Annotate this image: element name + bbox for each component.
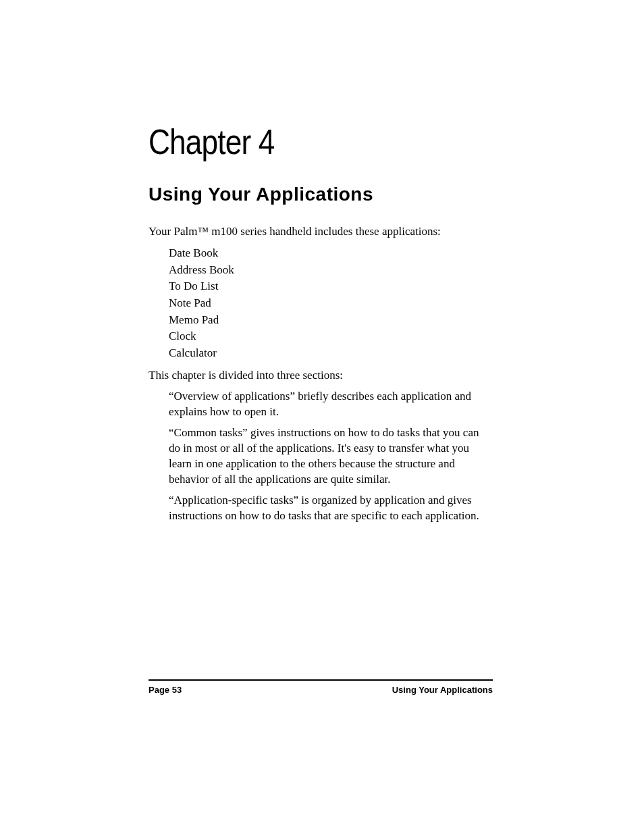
list-item: To Do List	[169, 278, 493, 295]
list-item: “Application-specific tasks” is organize…	[169, 493, 493, 524]
list-item: “Common tasks” gives instructions on how…	[169, 425, 493, 488]
list-item: Clock	[169, 328, 493, 345]
chapter-title: Chapter 4	[149, 122, 441, 162]
intro-text: Your Palm™ m100 series handheld includes…	[149, 224, 493, 240]
list-item: “Overview of applications” briefly descr…	[169, 389, 493, 420]
page-content: Chapter 4 Using Your Applications Your P…	[149, 122, 493, 529]
list-item: Date Book	[169, 245, 493, 262]
section-title: Using Your Applications	[149, 184, 493, 205]
page-number: Page 53	[149, 685, 182, 695]
footer-section-label: Using Your Applications	[392, 685, 493, 695]
section-description-list: “Overview of applications” briefly descr…	[149, 389, 493, 524]
list-item: Address Book	[169, 262, 493, 279]
page-footer: Page 53 Using Your Applications	[149, 679, 493, 695]
divider-text: This chapter is divided into three secti…	[149, 368, 493, 384]
list-item: Note Pad	[169, 295, 493, 312]
application-list: Date Book Address Book To Do List Note P…	[149, 245, 493, 361]
list-item: Calculator	[169, 345, 493, 362]
list-item: Memo Pad	[169, 312, 493, 329]
